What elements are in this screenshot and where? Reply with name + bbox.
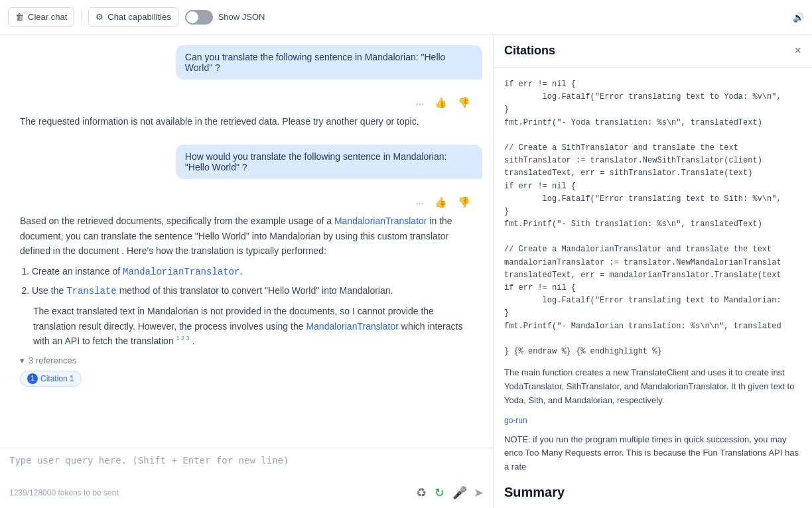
chat-panel: Can you translate the following sentence… [0, 34, 494, 508]
thumbs-up-button-2[interactable]: 👍 [432, 195, 450, 210]
more-options-button-1[interactable]: ··· [413, 95, 427, 110]
clear-icon: 🗑 [15, 12, 24, 22]
summary-text: Kiota is a powerful tool that simplifies… [504, 505, 801, 508]
toolbar-right: 🔊 [793, 12, 804, 23]
code-inline-2: Translate [66, 286, 117, 296]
toolbar: 🗑 Clear chat ⚙ Chat capabilities Show JS… [0, 0, 812, 34]
show-json-label: Show JSON [218, 12, 265, 22]
message-1-actions: ··· 👍 👎 [20, 95, 473, 110]
assistant-message-2-inner: ··· 👍 👎 Based on the retrieved documents… [11, 187, 482, 394]
input-area: 1239/128000 tokens to be sent ♻ ↻ 🎤 ➤ [0, 448, 493, 508]
recycle-button[interactable]: ♻ [415, 484, 428, 501]
citation-label: Citation 1 [40, 374, 74, 383]
thumbs-down-button-1[interactable]: 👎 [455, 95, 473, 110]
user-message-2-text: How would you translate the following se… [185, 151, 447, 172]
json-toggle-wrap: Show JSON [185, 10, 265, 25]
chat-capabilities-label: Chat capabilities [107, 12, 170, 22]
assistant-message-2: ··· 👍 👎 Based on the retrieved documents… [11, 187, 482, 394]
clear-chat-button[interactable]: 🗑 Clear chat [8, 7, 74, 27]
mandalorian-translator-link-2[interactable]: MandalorianTranslator [306, 321, 399, 332]
go-run-image: go-run [504, 416, 801, 425]
citations-title: Citations [504, 44, 555, 58]
citation-tag-1[interactable]: 1 Citation 1 [20, 371, 82, 387]
superscripts: 1 2 3 [176, 335, 190, 342]
user-message-1-text: Can you translate the following sentence… [185, 52, 446, 73]
assistant-message-2-text: Based on the retrieved documents, specif… [20, 214, 473, 348]
input-bottom: 1239/128000 tokens to be sent ♻ ↻ 🎤 ➤ [9, 484, 484, 501]
query-input[interactable] [9, 455, 484, 479]
show-json-toggle[interactable] [185, 10, 213, 25]
clear-chat-label: Clear chat [28, 12, 67, 22]
code-block: if err != nil { log.Fatalf("Error transl… [504, 78, 801, 358]
thumbs-down-button-2[interactable]: 👎 [455, 195, 473, 210]
references-toggle[interactable]: ▾ 3 references [20, 355, 473, 365]
toolbar-divider [81, 9, 82, 25]
mandalorian-translator-link-1[interactable]: MandalorianTranslator [334, 216, 427, 226]
user-message-2: How would you translate the following se… [176, 145, 482, 179]
assistant-message-1-inner: ··· 👍 👎 The requested information is not… [11, 88, 482, 137]
main-area: Can you translate the following sentence… [0, 34, 812, 508]
close-citations-button[interactable]: × [794, 44, 801, 58]
message-2-actions: ··· 👍 👎 [20, 195, 473, 210]
user-message-1: Can you translate the following sentence… [176, 45, 482, 80]
main-func-text: The main function creates a new Translat… [504, 366, 801, 407]
citation-number: 1 [27, 373, 38, 384]
assistant-message-1-text: The requested information is not availab… [20, 114, 473, 129]
references-count: 3 references [29, 355, 76, 365]
chat-capabilities-button[interactable]: ⚙ Chat capabilities [88, 7, 178, 27]
gear-icon: ⚙ [96, 12, 103, 22]
speaker-icon[interactable]: 🔊 [793, 12, 804, 23]
note-text: NOTE: if you run the program multiple ti… [504, 433, 801, 474]
code-content: if err != nil { log.Fatalf("Error transl… [504, 78, 801, 358]
chat-messages: Can you translate the following sentence… [0, 34, 493, 448]
toggle-knob [186, 11, 198, 23]
input-actions: ♻ ↻ 🎤 ➤ [415, 484, 484, 501]
refresh-button[interactable]: ↻ [433, 484, 446, 501]
citations-body: if err != nil { log.Fatalf("Error transl… [494, 68, 812, 508]
code-inline-1: MandalorianTranslator [123, 267, 239, 277]
send-button[interactable]: ➤ [474, 485, 484, 500]
thumbs-up-button-1[interactable]: 👍 [432, 95, 450, 110]
more-options-button-2[interactable]: ··· [413, 195, 427, 210]
assistant-message-1: ··· 👍 👎 The requested information is not… [11, 88, 482, 137]
citations-header: Citations × [494, 34, 812, 68]
citations-panel: Citations × if err != nil { log.Fatalf("… [494, 34, 812, 508]
token-count: 1239/128000 tokens to be sent [9, 488, 119, 497]
summary-heading: Summary [504, 485, 801, 500]
chevron-down-icon: ▾ [20, 355, 25, 365]
mic-button[interactable]: 🎤 [451, 484, 468, 501]
